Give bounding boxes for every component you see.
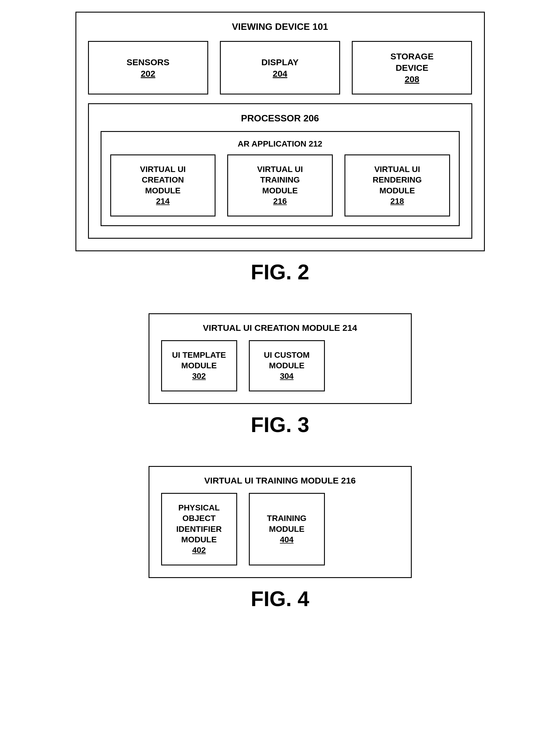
- processor-title: PROCESSOR 206: [101, 113, 460, 124]
- fig3-section: VIRTUAL UI CREATION MODULE 214 UI TEMPLA…: [18, 313, 542, 454]
- fig4-outer-box: VIRTUAL UI TRAINING MODULE 216 PHYSICAL …: [148, 466, 412, 578]
- virtual-ui-creation-box: VIRTUAL UI CREATION MODULE 214: [110, 155, 216, 217]
- storage-label: STORAGE DEVICE 208: [391, 51, 434, 85]
- virtual-ui-rendering-box: VIRTUAL UI RENDERING MODULE 218: [344, 155, 450, 217]
- fig3-outer-box: VIRTUAL UI CREATION MODULE 214 UI TEMPLA…: [148, 313, 412, 404]
- display-box: DISPLAY 204: [220, 41, 340, 95]
- fig4-section: VIRTUAL UI TRAINING MODULE 216 PHYSICAL …: [18, 466, 542, 628]
- processor-box: PROCESSOR 206 AR APPLICATION 212 VIRTUAL…: [88, 103, 472, 239]
- ar-app-title: AR APPLICATION 212: [110, 139, 450, 148]
- ar-application-box: AR APPLICATION 212 VIRTUAL UI CREATION M…: [101, 131, 460, 226]
- fig3-label: FIG. 3: [251, 413, 309, 437]
- fig3-modules-row: UI TEMPLATE MODULE 302 UI CUSTOM MODULE …: [161, 340, 399, 391]
- fig4-modules-row: PHYSICAL OBJECT IDENTIFIER MODULE 402 TR…: [161, 493, 399, 565]
- fig4-title: VIRTUAL UI TRAINING MODULE 216: [161, 476, 399, 485]
- viewing-device-title: VIEWING DEVICE 101: [88, 21, 472, 32]
- ar-modules-row: VIRTUAL UI CREATION MODULE 214 VIRTUAL U…: [110, 155, 450, 217]
- fig3-title: VIRTUAL UI CREATION MODULE 214: [161, 323, 399, 333]
- ui-template-module-box: UI TEMPLATE MODULE 302: [161, 340, 237, 391]
- storage-box: STORAGE DEVICE 208: [352, 41, 472, 95]
- sensors-label: SENSORS 202: [127, 57, 169, 79]
- virtual-ui-training-box: VIRTUAL UI TRAINING MODULE 216: [227, 155, 333, 217]
- fig2-outer-box: VIEWING DEVICE 101 SENSORS 202 DISPLAY 2…: [76, 12, 485, 251]
- fig2-section: VIEWING DEVICE 101 SENSORS 202 DISPLAY 2…: [18, 12, 542, 302]
- physical-object-identifier-box: PHYSICAL OBJECT IDENTIFIER MODULE 402: [161, 493, 237, 565]
- display-label: DISPLAY 204: [261, 57, 299, 79]
- fig2-top-row: SENSORS 202 DISPLAY 204 STORAGE DEVICE 2…: [88, 41, 472, 95]
- fig2-label: FIG. 2: [251, 260, 309, 284]
- ui-custom-module-box: UI CUSTOM MODULE 304: [249, 340, 325, 391]
- sensors-box: SENSORS 202: [88, 41, 208, 95]
- training-module-box: TRAINING MODULE 404: [249, 493, 325, 565]
- fig4-label: FIG. 4: [251, 587, 309, 611]
